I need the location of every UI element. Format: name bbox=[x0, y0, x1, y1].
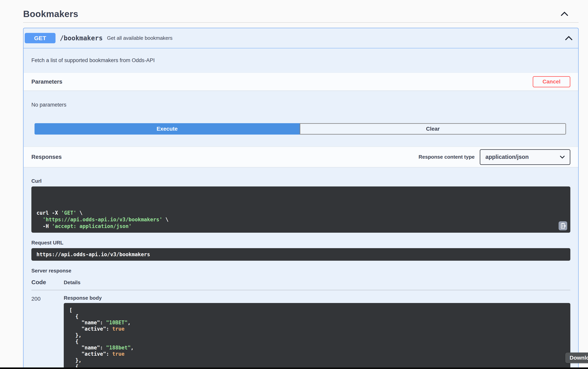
endpoint-summary: Get all available bookmakers bbox=[107, 35, 173, 41]
code-column-header: Code bbox=[32, 279, 64, 286]
chevron-up-icon bbox=[565, 36, 573, 41]
copy-to-clipboard-button[interactable] bbox=[559, 221, 567, 230]
server-response-table: Code Details 200 Response body [ { "name… bbox=[32, 279, 570, 369]
parameters-header: Parameters Cancel bbox=[23, 73, 578, 90]
parameters-title: Parameters bbox=[32, 79, 62, 85]
response-table-divider bbox=[32, 290, 570, 290]
get-bookmakers-opblock: GET /bookmakers Get all available bookma… bbox=[23, 28, 578, 369]
opblock-summary[interactable]: GET /bookmakers Get all available bookma… bbox=[23, 28, 578, 48]
response-content-type-value: application/json bbox=[485, 154, 529, 160]
responses-header: Responses Response content type applicat… bbox=[23, 147, 578, 167]
response-content-type-label: Response content type bbox=[419, 154, 475, 160]
chevron-up-icon bbox=[560, 11, 569, 16]
opblock-collapse-button[interactable] bbox=[565, 36, 573, 41]
http-method-badge: GET bbox=[25, 33, 55, 43]
bookmakers-section-header: Bookmakers bbox=[23, 0, 578, 19]
response-row-200: 200 Response body [ { "name": "10BET", "… bbox=[32, 295, 570, 369]
response-body-label: Response body bbox=[64, 295, 570, 301]
endpoint-path: /bookmakers bbox=[60, 34, 103, 42]
details-column-header: Details bbox=[64, 279, 570, 286]
cancel-button[interactable]: Cancel bbox=[533, 76, 570, 87]
execute-button[interactable]: Execute bbox=[34, 123, 300, 135]
clear-button[interactable]: Clear bbox=[300, 123, 566, 135]
status-code: 200 bbox=[32, 295, 64, 302]
curl-label: Curl bbox=[32, 178, 570, 184]
response-details: Response body [ { "name": "10BET", "acti… bbox=[64, 295, 570, 369]
viewport-bottom-strip bbox=[0, 368, 588, 369]
response-content-type-group: Response content type application/json bbox=[419, 149, 570, 165]
endpoint-description: Fetch a list of supported bookmakers fro… bbox=[23, 48, 578, 73]
execute-row: Execute Clear bbox=[34, 123, 566, 135]
clipboard-copy-icon bbox=[560, 223, 566, 229]
responses-title: Responses bbox=[32, 154, 62, 160]
response-content-type-select[interactable]: application/json bbox=[480, 149, 570, 165]
swagger-page: Bookmakers GET /bookmakers Get all avail… bbox=[0, 0, 588, 369]
no-parameters-text: No parameters bbox=[23, 90, 578, 108]
responses-content: Curl curl -X 'GET' \ 'https://api.odds-a… bbox=[23, 178, 578, 369]
section-collapse-button[interactable] bbox=[560, 11, 569, 16]
response-table-head: Code Details bbox=[32, 279, 570, 286]
server-response-label: Server response bbox=[32, 268, 570, 274]
curl-command-block: curl -X 'GET' \ 'https://api.odds-api.io… bbox=[32, 187, 570, 233]
download-button[interactable]: Download bbox=[565, 353, 588, 363]
request-url-value: https://api.odds-api.io/v3/bookmakers bbox=[32, 248, 570, 261]
chevron-down-icon bbox=[560, 155, 565, 159]
section-title: Bookmakers bbox=[23, 9, 78, 19]
section-divider bbox=[23, 22, 578, 23]
request-url-label: Request URL bbox=[32, 240, 570, 246]
response-body-json: [ { "name": "10BET", "active": true }, {… bbox=[64, 303, 570, 369]
